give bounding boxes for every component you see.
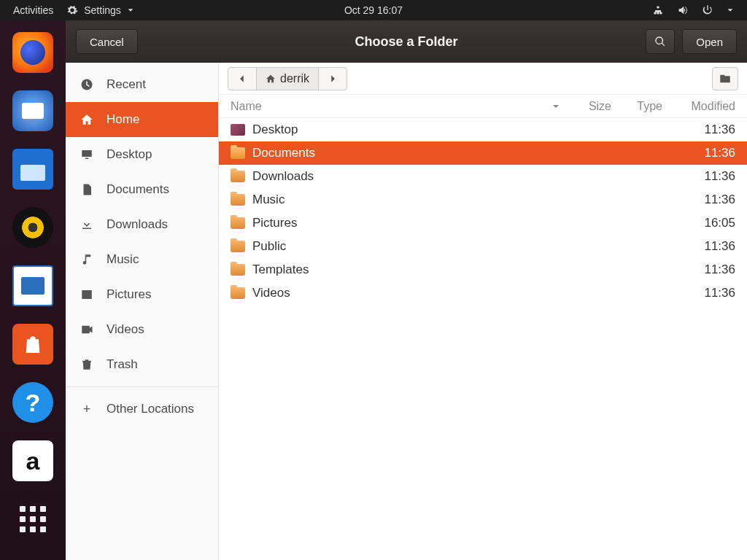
search-button[interactable]: [646, 29, 675, 54]
sidebar-item-pictures[interactable]: Pictures: [66, 277, 218, 312]
power-icon[interactable]: [702, 4, 713, 16]
file-row[interactable]: Documents11:36: [219, 141, 747, 165]
sidebar-item-trash[interactable]: Trash: [66, 347, 218, 382]
dock-software[interactable]: [12, 324, 53, 365]
sidebar-item-label: Trash: [107, 357, 138, 372]
sort-desc-icon: [551, 102, 560, 111]
path-forward[interactable]: [319, 68, 347, 90]
dock-rhythmbox[interactable]: [12, 207, 53, 248]
network-icon[interactable]: [652, 4, 664, 16]
dock-help[interactable]: ?: [12, 382, 53, 423]
desktop-icon: [231, 124, 245, 136]
sidebar-other-locations[interactable]: + Other Locations: [66, 392, 218, 427]
file-modified: 11:36: [662, 169, 735, 184]
file-modified: 16:05: [662, 216, 735, 230]
sidebar-item-label: Home: [107, 112, 139, 127]
file-name: Downloads: [252, 169, 314, 184]
file-row[interactable]: Pictures16:05: [219, 211, 747, 235]
grid-icon: [20, 506, 46, 532]
col-type[interactable]: Type: [611, 100, 662, 113]
dialog-title: Choose a Folder: [355, 34, 457, 50]
folder-icon: [231, 287, 245, 299]
sidebar-item-recent[interactable]: Recent: [66, 67, 218, 102]
file-modified: 11:36: [662, 192, 735, 207]
file-row[interactable]: Desktop11:36: [219, 118, 747, 141]
activities-button[interactable]: Activities: [13, 4, 53, 16]
download-icon: [80, 218, 93, 231]
separator: [66, 386, 218, 387]
col-modified[interactable]: Modified: [662, 100, 735, 113]
file-row[interactable]: Videos11:36: [219, 281, 747, 305]
sidebar-item-documents[interactable]: Documents: [66, 172, 218, 207]
dock-amazon[interactable]: a: [12, 440, 53, 481]
app-menu-label: Settings: [84, 4, 121, 16]
dock-apps[interactable]: [12, 499, 53, 540]
dock-files[interactable]: [12, 149, 53, 190]
dock-writer[interactable]: [12, 265, 53, 306]
folder-icon: [231, 264, 245, 276]
sidebar-item-label: Desktop: [107, 147, 152, 162]
video-icon: [80, 323, 93, 336]
sidebar-item-music[interactable]: Music: [66, 242, 218, 277]
file-modified: 11:36: [662, 286, 735, 300]
file-name: Videos: [252, 286, 290, 300]
plus-icon: +: [80, 402, 93, 417]
home-icon: [80, 113, 93, 126]
clock-icon: [80, 78, 93, 91]
col-name[interactable]: Name: [231, 100, 568, 113]
file-modified: 11:36: [662, 239, 735, 254]
file-name: Documents: [252, 146, 315, 160]
folder-icon: [231, 217, 245, 229]
sidebar-item-label: Videos: [107, 322, 144, 337]
path-back[interactable]: [228, 68, 257, 90]
sidebar-item-downloads[interactable]: Downloads: [66, 207, 218, 242]
file-row[interactable]: Public11:36: [219, 235, 747, 258]
open-button[interactable]: Open: [682, 29, 737, 54]
desktop-icon: [80, 148, 93, 161]
sidebar-item-videos[interactable]: Videos: [66, 312, 218, 347]
chevron-right-icon: [328, 74, 338, 84]
new-folder-icon: [719, 72, 732, 85]
sidebar-item-home[interactable]: Home: [66, 102, 218, 137]
path-segment-home[interactable]: derrik: [257, 68, 319, 90]
chevron-down-icon[interactable]: [727, 7, 734, 14]
dock-thunderbird[interactable]: [12, 90, 53, 131]
app-menu[interactable]: Settings: [66, 4, 134, 16]
column-headers: Name Size Type Modified: [219, 95, 747, 118]
chevron-left-icon: [237, 74, 247, 84]
file-name: Music: [252, 192, 285, 207]
file-row[interactable]: Templates11:36: [219, 258, 747, 281]
trash-icon: [80, 358, 93, 371]
sidebar-item-label: Pictures: [107, 287, 151, 302]
sidebar-item-label: Documents: [107, 182, 169, 197]
sidebar-item-label: Recent: [107, 77, 146, 92]
col-size[interactable]: Size: [568, 100, 611, 113]
titlebar: Cancel Choose a Folder Open: [66, 20, 747, 63]
folder-icon: [231, 241, 245, 252]
sidebar-item-label: Music: [107, 252, 139, 267]
volume-icon[interactable]: [677, 4, 689, 16]
new-folder-button[interactable]: [712, 67, 738, 90]
gear-icon: [66, 4, 78, 16]
clock[interactable]: Oct 29 16:07: [344, 4, 403, 16]
file-name: Desktop: [252, 122, 298, 137]
folder-icon: [231, 194, 245, 206]
path-buttons: derrik: [228, 67, 347, 90]
dock-firefox[interactable]: [12, 32, 53, 73]
sidebar-item-desktop[interactable]: Desktop: [66, 137, 218, 172]
image-icon: [80, 288, 93, 301]
file-name: Pictures: [252, 216, 297, 230]
home-icon: [266, 74, 276, 84]
top-panel: Activities Settings Oct 29 16:07: [0, 0, 747, 20]
file-row[interactable]: Music11:36: [219, 188, 747, 211]
file-list: Desktop11:36Documents11:36Downloads11:36…: [219, 118, 747, 560]
file-row[interactable]: Downloads11:36: [219, 165, 747, 188]
main-pane: derrik Name Size Type Modified: [219, 63, 747, 560]
cancel-button[interactable]: Cancel: [76, 29, 138, 54]
file-modified: 11:36: [662, 262, 735, 277]
document-icon: [80, 183, 93, 196]
dock: ? a: [0, 20, 66, 560]
file-name: Templates: [252, 262, 309, 277]
col-name-label: Name: [231, 100, 262, 113]
sidebar-item-label: Other Locations: [107, 402, 194, 416]
